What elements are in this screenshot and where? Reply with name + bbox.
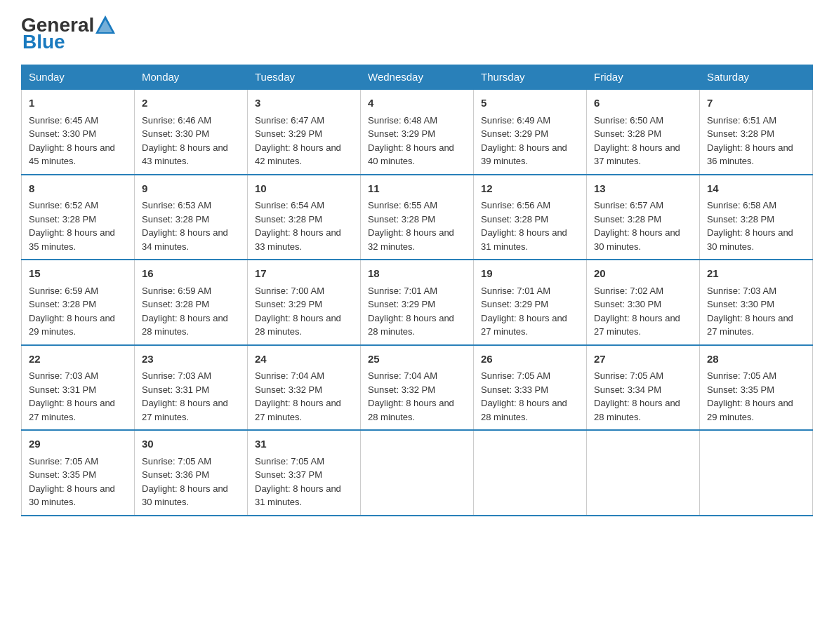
daylight-text: Daylight: 8 hours and 28 minutes.	[255, 313, 341, 337]
day-cell: 25 Sunrise: 7:04 AM Sunset: 3:32 PM Dayl…	[361, 345, 474, 431]
day-number: 13	[594, 181, 692, 197]
sunset-text: Sunset: 3:30 PM	[707, 299, 774, 309]
day-cell: 17 Sunrise: 7:00 AM Sunset: 3:29 PM Dayl…	[248, 260, 361, 345]
sunset-text: Sunset: 3:29 PM	[255, 128, 322, 139]
week-row-2: 8 Sunrise: 6:52 AM Sunset: 3:28 PM Dayli…	[22, 175, 813, 260]
day-cell: 9 Sunrise: 6:53 AM Sunset: 3:28 PM Dayli…	[135, 175, 248, 260]
daylight-text: Daylight: 8 hours and 27 minutes.	[29, 398, 115, 422]
daylight-text: Daylight: 8 hours and 28 minutes.	[368, 313, 454, 337]
sunrise-text: Sunrise: 7:04 AM	[368, 370, 437, 381]
sunset-text: Sunset: 3:28 PM	[481, 214, 548, 224]
daylight-text: Daylight: 8 hours and 31 minutes.	[481, 227, 567, 252]
day-number: 22	[29, 351, 127, 368]
sunrise-text: Sunrise: 6:51 AM	[707, 115, 776, 126]
day-number: 3	[255, 95, 353, 112]
sunset-text: Sunset: 3:32 PM	[255, 384, 322, 395]
sunset-text: Sunset: 3:30 PM	[29, 128, 96, 139]
day-cell: 12 Sunrise: 6:56 AM Sunset: 3:28 PM Dayl…	[474, 175, 587, 260]
day-number: 20	[594, 266, 692, 282]
day-number: 7	[707, 95, 805, 112]
day-number: 26	[481, 351, 579, 368]
daylight-text: Daylight: 8 hours and 30 minutes.	[707, 227, 793, 252]
sunrise-text: Sunrise: 6:48 AM	[368, 115, 437, 126]
day-cell: 15 Sunrise: 6:59 AM Sunset: 3:28 PM Dayl…	[22, 260, 135, 345]
daylight-text: Daylight: 8 hours and 32 minutes.	[368, 227, 454, 252]
daylight-text: Daylight: 8 hours and 27 minutes.	[255, 398, 341, 422]
sunrise-text: Sunrise: 6:50 AM	[594, 115, 663, 126]
day-cell: 29 Sunrise: 7:05 AM Sunset: 3:35 PM Dayl…	[22, 430, 135, 516]
sunrise-text: Sunrise: 7:00 AM	[255, 286, 324, 296]
day-cell: 1 Sunrise: 6:45 AM Sunset: 3:30 PM Dayli…	[22, 89, 135, 175]
day-number: 25	[368, 351, 466, 368]
sunrise-text: Sunrise: 6:58 AM	[707, 200, 776, 210]
day-cell: 8 Sunrise: 6:52 AM Sunset: 3:28 PM Dayli…	[22, 175, 135, 260]
day-cell: 7 Sunrise: 6:51 AM Sunset: 3:28 PM Dayli…	[700, 89, 813, 175]
daylight-text: Daylight: 8 hours and 39 minutes.	[481, 142, 567, 167]
daylight-text: Daylight: 8 hours and 36 minutes.	[707, 142, 793, 167]
sunrise-text: Sunrise: 7:05 AM	[594, 370, 663, 381]
sunrise-text: Sunrise: 6:47 AM	[255, 115, 324, 126]
sunset-text: Sunset: 3:37 PM	[255, 469, 322, 480]
day-cell: 30 Sunrise: 7:05 AM Sunset: 3:36 PM Dayl…	[135, 430, 248, 516]
day-number: 19	[481, 266, 579, 282]
day-cell: 22 Sunrise: 7:03 AM Sunset: 3:31 PM Dayl…	[22, 345, 135, 431]
daylight-text: Daylight: 8 hours and 42 minutes.	[255, 142, 341, 167]
sunrise-text: Sunrise: 7:05 AM	[481, 370, 550, 381]
daylight-text: Daylight: 8 hours and 35 minutes.	[29, 227, 115, 252]
sunset-text: Sunset: 3:28 PM	[368, 214, 435, 224]
logo-icon	[94, 14, 117, 36]
sunrise-text: Sunrise: 7:03 AM	[142, 370, 211, 381]
calendar-table: SundayMondayTuesdayWednesdayThursdayFrid…	[21, 65, 813, 516]
sunrise-text: Sunrise: 6:57 AM	[594, 200, 663, 210]
daylight-text: Daylight: 8 hours and 29 minutes.	[29, 313, 115, 337]
sunset-text: Sunset: 3:35 PM	[29, 469, 96, 480]
daylight-text: Daylight: 8 hours and 37 minutes.	[594, 142, 680, 167]
day-number: 30	[142, 436, 240, 452]
day-number: 9	[142, 181, 240, 197]
sunset-text: Sunset: 3:29 PM	[481, 128, 548, 139]
daylight-text: Daylight: 8 hours and 27 minutes.	[594, 313, 680, 337]
sunrise-text: Sunrise: 7:03 AM	[29, 370, 98, 381]
day-cell: 18 Sunrise: 7:01 AM Sunset: 3:29 PM Dayl…	[361, 260, 474, 345]
day-cell: 26 Sunrise: 7:05 AM Sunset: 3:33 PM Dayl…	[474, 345, 587, 431]
sunset-text: Sunset: 3:31 PM	[142, 384, 209, 395]
daylight-text: Daylight: 8 hours and 29 minutes.	[707, 398, 793, 422]
day-number: 4	[368, 95, 466, 112]
weekday-header-sunday: Sunday	[22, 65, 135, 90]
sunrise-text: Sunrise: 6:45 AM	[29, 115, 98, 126]
sunrise-text: Sunrise: 6:49 AM	[481, 115, 550, 126]
day-number: 18	[368, 266, 466, 282]
week-row-5: 29 Sunrise: 7:05 AM Sunset: 3:35 PM Dayl…	[22, 430, 813, 516]
daylight-text: Daylight: 8 hours and 45 minutes.	[29, 142, 115, 167]
sunrise-text: Sunrise: 6:59 AM	[142, 286, 211, 296]
daylight-text: Daylight: 8 hours and 27 minutes.	[481, 313, 567, 337]
sunset-text: Sunset: 3:28 PM	[255, 214, 322, 224]
weekday-header-saturday: Saturday	[700, 65, 813, 90]
weekday-header-thursday: Thursday	[474, 65, 587, 90]
sunset-text: Sunset: 3:29 PM	[368, 128, 435, 139]
day-number: 12	[481, 181, 579, 197]
week-row-4: 22 Sunrise: 7:03 AM Sunset: 3:31 PM Dayl…	[22, 345, 813, 431]
weekday-header-row: SundayMondayTuesdayWednesdayThursdayFrid…	[22, 65, 813, 90]
sunset-text: Sunset: 3:28 PM	[29, 214, 96, 224]
week-row-1: 1 Sunrise: 6:45 AM Sunset: 3:30 PM Dayli…	[22, 89, 813, 175]
day-cell: 23 Sunrise: 7:03 AM Sunset: 3:31 PM Dayl…	[135, 345, 248, 431]
day-cell	[587, 430, 700, 516]
day-cell: 20 Sunrise: 7:02 AM Sunset: 3:30 PM Dayl…	[587, 260, 700, 345]
day-cell: 4 Sunrise: 6:48 AM Sunset: 3:29 PM Dayli…	[361, 89, 474, 175]
sunset-text: Sunset: 3:28 PM	[142, 214, 209, 224]
sunrise-text: Sunrise: 6:56 AM	[481, 200, 550, 210]
daylight-text: Daylight: 8 hours and 30 minutes.	[29, 483, 115, 508]
weekday-header-wednesday: Wednesday	[361, 65, 474, 90]
daylight-text: Daylight: 8 hours and 28 minutes.	[142, 313, 228, 337]
day-cell: 28 Sunrise: 7:05 AM Sunset: 3:35 PM Dayl…	[700, 345, 813, 431]
daylight-text: Daylight: 8 hours and 31 minutes.	[255, 483, 341, 508]
sunset-text: Sunset: 3:34 PM	[594, 384, 661, 395]
day-cell: 5 Sunrise: 6:49 AM Sunset: 3:29 PM Dayli…	[474, 89, 587, 175]
day-number: 2	[142, 95, 240, 112]
daylight-text: Daylight: 8 hours and 34 minutes.	[142, 227, 228, 252]
day-number: 1	[29, 95, 127, 112]
day-cell: 14 Sunrise: 6:58 AM Sunset: 3:28 PM Dayl…	[700, 175, 813, 260]
day-number: 14	[707, 181, 805, 197]
daylight-text: Daylight: 8 hours and 40 minutes.	[368, 142, 454, 167]
